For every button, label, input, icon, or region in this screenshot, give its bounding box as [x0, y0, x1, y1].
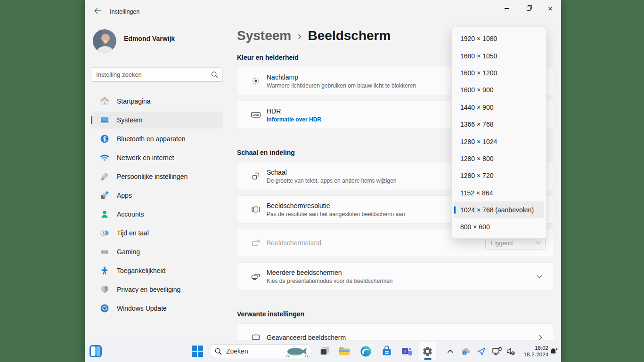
resolution-option[interactable]: 1680 × 1050 — [454, 47, 544, 64]
scale-icon — [251, 171, 261, 181]
file-explorer-icon — [338, 346, 351, 357]
tray-date: 18-2-2024 — [524, 351, 548, 358]
notification-bell-dnd-icon[interactable]: z — [549, 346, 559, 356]
resolution-option[interactable]: 1280 × 800 — [454, 150, 544, 167]
row-subtitle: De grootte van tekst, apps en andere ite… — [267, 177, 396, 184]
resolution-option[interactable]: 1920 × 1080 — [454, 30, 544, 47]
chevron-down-icon — [536, 239, 541, 244]
search-icon — [211, 71, 218, 80]
sidebar-item-windows-update[interactable]: Windows Update — [91, 300, 223, 317]
tray-display-connect-icon[interactable] — [491, 345, 503, 357]
teams-button[interactable]: T — [401, 345, 413, 357]
sidebar: Edmond Varwijk Startpagina Systeem — [85, 0, 236, 340]
microsoft-store-button[interactable] — [381, 345, 393, 357]
sidebar-item-systeem[interactable]: Systeem — [91, 112, 223, 129]
sidebar-item-bluetooth-en-apparaten[interactable]: Bluetooth en apparaten — [91, 130, 223, 147]
accounts-icon — [100, 209, 109, 219]
tray-onedrive-info-icon[interactable]: i — [460, 345, 472, 357]
breadcrumb-separator-icon: › — [298, 29, 301, 42]
resolution-option[interactable]: 1600 × 900 — [454, 81, 544, 98]
search-icon — [215, 348, 222, 355]
settings-taskbar-button[interactable] — [419, 342, 436, 361]
sidebar-item-label: Gaming — [117, 248, 140, 256]
resolution-option-selected[interactable]: 1024 × 768 (aanbevolen) — [454, 201, 544, 218]
svg-text:i: i — [464, 351, 465, 355]
user-name: Edmond Varwijk — [124, 35, 175, 42]
tray-volume-muted-icon[interactable] — [505, 345, 517, 357]
orientation-select-value: Liggend — [491, 240, 513, 247]
resolution-option[interactable]: 1366 × 768 — [454, 116, 544, 133]
row-geavanceerd-beeldscherm[interactable]: Geavanceerd beeldscherm — [237, 323, 554, 340]
sidebar-item-label: Accounts — [117, 210, 144, 218]
breadcrumb-parent[interactable]: Systeem — [237, 28, 291, 43]
sidebar-item-label: Apps — [117, 192, 132, 199]
taskbar-search-input[interactable] — [226, 347, 278, 355]
edge-icon — [360, 346, 372, 357]
windows-update-icon — [100, 304, 109, 313]
resolution-icon — [251, 205, 261, 214]
file-explorer-button[interactable] — [338, 345, 351, 357]
resolution-option[interactable]: 1440 × 900 — [454, 99, 544, 116]
sidebar-item-gaming[interactable]: Gaming — [91, 243, 223, 260]
start-button[interactable] — [191, 345, 204, 357]
chevron-right-icon — [537, 335, 542, 340]
row-subtitle: Pas de resolutie aan het aangesloten bee… — [267, 211, 405, 217]
edge-browser-button[interactable] — [359, 345, 372, 357]
taskbar-search-box[interactable] — [209, 344, 312, 358]
section-verwante-instellingen: Verwante instellingen — [237, 310, 554, 318]
resolution-option[interactable]: 1600 × 1200 — [454, 64, 544, 81]
row-title: Beeldschermresolutie — [267, 202, 405, 209]
resolution-option[interactable]: 800 × 600 — [454, 218, 544, 235]
settings-search-box — [91, 67, 223, 81]
sidebar-item-label: Systeem — [117, 116, 142, 124]
windows-start-icon — [192, 346, 203, 357]
settings-window: Instellingen × Edmond Varwijk Startpagi — [85, 0, 561, 340]
gaming-icon — [100, 247, 109, 257]
night-light-icon — [251, 76, 261, 86]
multi-display-icon — [251, 272, 261, 281]
resolution-option[interactable]: 1280 × 1024 — [454, 133, 544, 150]
row-subtitle: Warmere lichtkleuren gebruiken om blauw … — [267, 82, 416, 89]
sidebar-item-apps[interactable]: Apps — [91, 187, 223, 204]
search-highlight-whale-image — [284, 345, 310, 360]
resolution-option[interactable]: 1152 × 864 — [454, 185, 544, 201]
avatar[interactable] — [93, 29, 116, 53]
hdr-icon: HDR — [251, 110, 261, 120]
sidebar-item-label: Windows Update — [117, 305, 167, 312]
network-wifi-icon — [100, 153, 109, 162]
bluetooth-icon — [100, 134, 109, 144]
settings-search-input[interactable] — [91, 68, 204, 81]
sidebar-item-label: Toegankelijkheid — [117, 267, 166, 274]
resolution-option[interactable]: 1280 × 720 — [454, 167, 544, 184]
microsoft-store-icon — [381, 346, 392, 357]
row-title: Schaal — [267, 169, 396, 176]
home-icon — [100, 97, 109, 106]
tray-location-arrow-icon[interactable] — [476, 345, 486, 357]
tray-time: 18:02 — [524, 345, 548, 351]
row-title: Beeldschermstand — [267, 239, 321, 247]
sidebar-item-persoonlijke-instellingen[interactable]: Persoonlijke instellingen — [91, 168, 223, 185]
taskbar-clock[interactable]: 18:02 18-2-2024 — [524, 345, 548, 358]
row-meerdere-beeldschermen[interactable]: Meerdere beeldschermen Kies de presentat… — [237, 262, 554, 290]
sidebar-item-accounts[interactable]: Accounts — [91, 206, 223, 223]
resolution-dropdown-menu: 1920 × 1080 1680 × 1050 1600 × 1200 1600… — [451, 27, 546, 239]
sidebar-item-privacy-en-beveiliging[interactable]: Privacy en beveiliging — [91, 281, 223, 298]
tray-show-hidden-icons-button[interactable] — [447, 345, 454, 357]
widgets-button[interactable] — [89, 344, 103, 358]
sidebar-item-toegankelijkheid[interactable]: Toegankelijkheid — [91, 262, 223, 279]
row-subtitle: Kies de presentatiemodus voor de beeldsc… — [267, 278, 393, 284]
row-title: HDR — [267, 107, 321, 115]
hdr-info-link[interactable]: Informatie over HDR — [267, 116, 321, 123]
sidebar-item-label: Persoonlijke instellingen — [117, 173, 187, 180]
sidebar-item-tijd-en-taal[interactable]: Tijd en taal — [91, 225, 223, 241]
svg-text:HDR: HDR — [253, 113, 259, 117]
chevron-up-icon — [447, 349, 454, 354]
task-view-button[interactable] — [318, 345, 331, 357]
sidebar-item-netwerk-en-internet[interactable]: Netwerk en internet — [91, 149, 223, 166]
chevron-down-icon — [537, 273, 542, 278]
sidebar-nav: Startpagina Systeem Bluetooth en apparat… — [91, 93, 223, 319]
taskbar: T i 18:02 18-2-2024 z — [85, 340, 561, 362]
teams-icon: T — [401, 346, 413, 357]
sidebar-item-startpagina[interactable]: Startpagina — [91, 93, 223, 110]
row-title: Geavanceerd beeldscherm — [267, 334, 346, 340]
